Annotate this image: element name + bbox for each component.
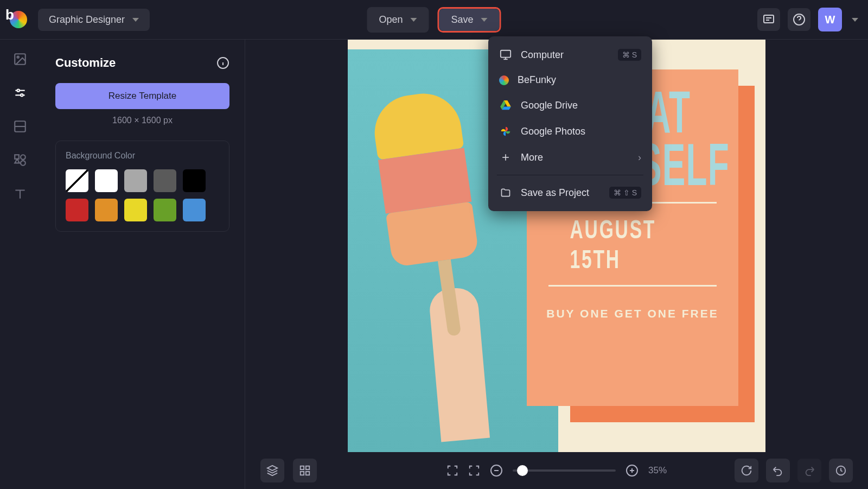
svg-rect-18 [301, 472, 304, 475]
divider [548, 285, 717, 287]
chevron-down-icon [132, 18, 139, 22]
color-swatch-none[interactable] [66, 169, 88, 192]
save-googlephotos-item[interactable]: Google Photos [488, 118, 652, 144]
redo-icon [803, 465, 815, 477]
undo-icon [772, 465, 784, 477]
sync-icon [741, 465, 752, 477]
svg-point-6 [17, 90, 20, 92]
info-icon[interactable] [216, 56, 229, 69]
tool-image[interactable] [11, 50, 29, 68]
tool-customize[interactable] [11, 84, 29, 101]
color-swatch[interactable] [66, 199, 88, 221]
save-befunky-item[interactable]: BeFunky [488, 68, 652, 92]
popsicle-graphic [370, 86, 496, 272]
layers-icon [266, 465, 278, 477]
shortcut: ⌘ ⇧ S [609, 187, 641, 199]
save-more-item[interactable]: More › [488, 144, 652, 170]
chevron-down-icon [411, 18, 417, 22]
color-swatch[interactable] [183, 169, 206, 192]
color-grid [66, 169, 219, 221]
tool-graphics[interactable] [11, 151, 29, 169]
chevron-right-icon: › [638, 152, 641, 163]
save-button[interactable]: Save [439, 9, 500, 31]
grid-button[interactable] [293, 459, 317, 482]
sliders-icon [13, 86, 27, 100]
folder-icon [499, 186, 512, 199]
hand-graphic [428, 287, 490, 442]
zoom-out-icon[interactable] [490, 464, 503, 477]
chevron-down-icon[interactable] [852, 18, 858, 22]
sync-button[interactable] [735, 459, 758, 482]
monitor-icon [499, 48, 512, 61]
svg-rect-26 [501, 50, 510, 58]
save-googledrive-item[interactable]: Google Drive [488, 92, 652, 118]
item-label: BeFunky [518, 74, 556, 86]
shortcut: ⌘ S [618, 49, 641, 61]
open-label: Open [379, 14, 403, 26]
app-selector[interactable]: Graphic Designer [38, 9, 150, 31]
shapes-icon [13, 153, 27, 167]
comments-button[interactable] [757, 8, 780, 31]
user-avatar[interactable]: W [818, 8, 842, 31]
slider-thumb[interactable] [517, 465, 528, 476]
svg-point-11 [21, 155, 25, 160]
tool-text[interactable] [11, 185, 29, 202]
svg-point-12 [21, 161, 25, 166]
color-swatch[interactable] [95, 199, 118, 221]
googledrive-icon [499, 99, 512, 112]
save-computer-item[interactable]: Computer ⌘ S [488, 42, 652, 68]
help-button[interactable] [788, 8, 810, 31]
svg-rect-19 [306, 472, 309, 475]
open-button[interactable]: Open [367, 7, 429, 33]
save-label: Save [451, 14, 474, 26]
text-icon [13, 187, 27, 201]
fit-icon[interactable] [468, 465, 480, 477]
fullscreen-icon[interactable] [446, 465, 458, 477]
layers-button[interactable] [260, 459, 284, 482]
help-icon [793, 13, 806, 26]
color-swatch[interactable] [154, 169, 176, 192]
item-label: Computer [521, 49, 564, 61]
logo[interactable] [10, 11, 27, 28]
plus-icon [499, 151, 512, 164]
color-swatch[interactable] [124, 169, 147, 192]
befunky-icon [499, 75, 509, 85]
image-icon [13, 52, 27, 66]
app-name: Graphic Designer [49, 14, 125, 26]
save-project-item[interactable]: Save as Project ⌘ ⇧ S [488, 180, 652, 206]
history-button[interactable] [829, 459, 853, 482]
poster-date: AUGUST 15TH [570, 214, 695, 274]
save-dropdown: Computer ⌘ S BeFunky Google Drive Google… [488, 36, 652, 211]
tool-layout[interactable] [11, 118, 29, 135]
layout-icon [13, 119, 27, 134]
zoom-slider[interactable] [513, 469, 616, 472]
googlephotos-icon [499, 125, 512, 138]
poster-promo: BUY ONE GET ONE FREE [546, 307, 719, 320]
panel-title: Customize [55, 56, 116, 70]
svg-rect-17 [306, 466, 309, 469]
redo-button[interactable] [797, 459, 821, 482]
chevron-down-icon [481, 18, 488, 22]
comment-icon [762, 13, 775, 26]
item-label: Google Photos [521, 126, 585, 137]
divider [497, 175, 643, 175]
item-label: Google Drive [521, 100, 578, 111]
zoom-value[interactable]: 35% [648, 465, 667, 476]
svg-point-7 [21, 94, 23, 96]
item-label: More [521, 152, 543, 163]
undo-button[interactable] [766, 459, 790, 482]
item-label: Save as Project [521, 187, 589, 199]
color-swatch[interactable] [154, 199, 176, 221]
zoom-in-icon[interactable] [626, 464, 639, 477]
grid-icon [299, 465, 311, 477]
history-icon [835, 465, 847, 477]
color-swatch[interactable] [124, 199, 147, 221]
avatar-initial: W [825, 14, 835, 26]
svg-rect-0 [764, 15, 774, 23]
color-swatch[interactable] [183, 199, 206, 221]
color-swatch[interactable] [95, 169, 118, 192]
dimensions-text: 1600 × 1600 px [55, 116, 229, 125]
background-color-label: Background Color [66, 151, 219, 161]
svg-rect-16 [301, 466, 304, 469]
resize-template-button[interactable]: Resize Template [55, 83, 229, 109]
